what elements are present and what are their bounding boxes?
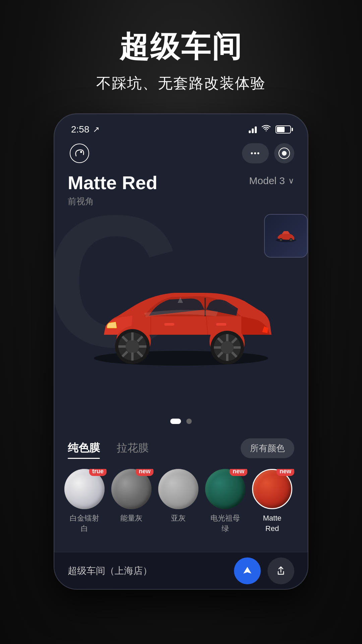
page-dots bbox=[54, 419, 308, 424]
svg-rect-33 bbox=[164, 323, 174, 326]
page-dot-2[interactable] bbox=[186, 419, 192, 424]
svg-point-13 bbox=[126, 340, 139, 353]
swatch-container-white-gold: true bbox=[64, 469, 105, 509]
share-button[interactable] bbox=[267, 557, 294, 584]
tab-pattern-film[interactable]: 拉花膜 bbox=[117, 437, 149, 459]
location-icon: ↗ bbox=[93, 125, 100, 134]
model-selector[interactable]: Model 3 ∨ bbox=[249, 175, 294, 186]
page-dot-1[interactable] bbox=[170, 419, 181, 424]
car-showcase: C 查看 实拍 bbox=[54, 214, 308, 409]
hero-section: 超级车间 不踩坑、无套路改装体验 bbox=[96, 27, 266, 93]
svg-point-3 bbox=[282, 151, 287, 156]
time-display: 2:58 bbox=[71, 124, 89, 135]
status-left: 2:58 ↗ bbox=[71, 124, 100, 135]
battery-icon bbox=[276, 125, 291, 133]
swatch-container-energy-gray: new bbox=[111, 469, 152, 509]
swatch-matte-red[interactable]: new Matte Red bbox=[252, 469, 292, 534]
swatch-energy-gray[interactable]: new 能量灰 bbox=[111, 469, 152, 534]
bottom-bar: 超级车间（上海店） bbox=[54, 552, 308, 589]
svg-point-8 bbox=[290, 239, 292, 241]
store-name: 超级车间（上海店） bbox=[68, 565, 152, 577]
header-actions: ••• bbox=[242, 143, 294, 163]
swatch-sub-gray[interactable]: 亚灰 bbox=[158, 469, 198, 534]
signal-icon bbox=[249, 126, 257, 133]
page-wrapper: 超级车间 不踩坑、无套路改装体验 2:58 ↗ bbox=[0, 0, 362, 644]
swatch-label-sub-gray: 亚灰 bbox=[171, 513, 186, 524]
signal-bar-3 bbox=[255, 126, 257, 133]
status-right bbox=[249, 125, 291, 134]
record-button[interactable] bbox=[274, 143, 294, 163]
all-colors-button[interactable]: 所有颜色 bbox=[241, 438, 294, 458]
battery-fill bbox=[277, 127, 285, 132]
swatch-label-white-gold: 白金镭射 白 bbox=[70, 513, 99, 534]
status-bar: 2:58 ↗ bbox=[54, 114, 308, 138]
swatch-label-electric-green: 电光祖母 绿 bbox=[210, 513, 240, 534]
tab-pure-film[interactable]: 纯色膜 bbox=[68, 437, 100, 459]
navigation-button[interactable] bbox=[234, 557, 261, 584]
new-badge-energy-gray: new bbox=[136, 469, 154, 476]
hero-title: 超级车间 bbox=[96, 27, 266, 67]
signal-bar-2 bbox=[252, 128, 254, 133]
swatch-container-sub-gray bbox=[158, 469, 198, 509]
phone-frame: 2:58 ↗ bbox=[54, 113, 308, 590]
product-title: Matte Red bbox=[68, 172, 158, 194]
svg-point-1 bbox=[80, 151, 82, 153]
color-swatches: true 白金镭射 白 new 能量灰 bbox=[54, 469, 308, 534]
content-area: Matte Red Model 3 ∨ 前视角 bbox=[54, 172, 308, 207]
swatch-white-gold[interactable]: true 白金镭射 白 bbox=[64, 469, 105, 534]
hero-subtitle: 不踩坑、无套路改装体验 bbox=[96, 73, 266, 93]
wifi-icon bbox=[261, 125, 271, 134]
car-image bbox=[77, 254, 285, 368]
svg-rect-34 bbox=[216, 323, 226, 326]
swatch-container-electric-green: new bbox=[205, 469, 245, 509]
signal-bar-1 bbox=[249, 130, 251, 133]
new-badge-electric-green: new bbox=[230, 469, 247, 476]
svg-point-0 bbox=[70, 144, 89, 163]
svg-point-24 bbox=[221, 341, 234, 354]
swatch-label-matte-red: Matte Red bbox=[263, 513, 281, 534]
more-button[interactable]: ••• bbox=[242, 143, 269, 163]
swatch-ball-sub-gray bbox=[158, 469, 198, 509]
new-badge-matte-red: new bbox=[277, 469, 294, 476]
model-name: Model 3 bbox=[249, 175, 285, 186]
app-header: ••• bbox=[54, 138, 308, 172]
real-photo-preview bbox=[265, 215, 307, 257]
real-photo-button[interactable]: 查看 实拍 bbox=[264, 214, 308, 258]
bottom-icons bbox=[234, 557, 294, 584]
svg-point-7 bbox=[280, 239, 282, 241]
swatch-electric-green[interactable]: new 电光祖母 绿 bbox=[205, 469, 245, 534]
product-subtitle: 前视角 bbox=[68, 196, 294, 207]
film-tabs: 纯色膜 拉花膜 所有颜色 bbox=[54, 437, 308, 459]
app-logo[interactable] bbox=[68, 142, 91, 165]
new-badge-white-gold: true bbox=[89, 469, 107, 476]
product-title-row: Matte Red Model 3 ∨ bbox=[68, 172, 294, 194]
swatch-container-matte-red: new bbox=[252, 469, 292, 509]
swatch-label-energy-gray: 能量灰 bbox=[120, 513, 142, 524]
model-chevron-icon: ∨ bbox=[288, 176, 294, 185]
